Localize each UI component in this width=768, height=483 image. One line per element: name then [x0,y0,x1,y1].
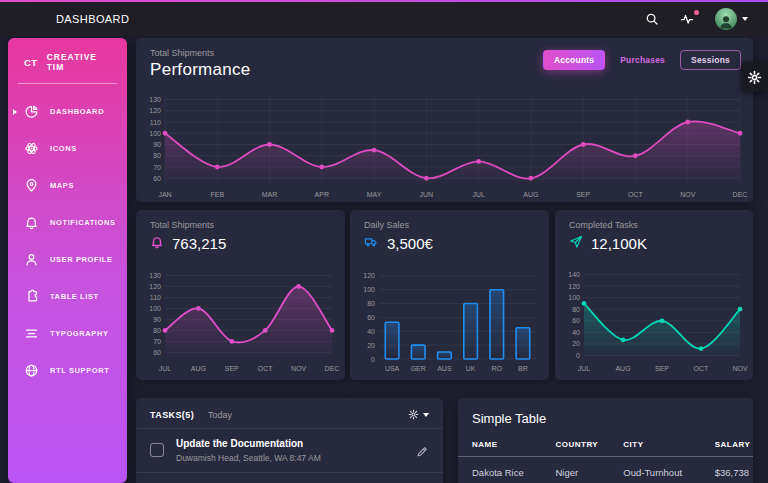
sidebar-item-table-list[interactable]: TABLE LIST [8,278,127,315]
svg-text:SEP: SEP [225,365,239,372]
svg-text:FEB: FEB [210,191,224,198]
task-item-gdpr-compliance: GDPR Compliance The GDPR is a regulation… [136,472,443,483]
completed-tasks-card: Completed Tasks 12,100K 0204060801001201… [555,210,753,380]
svg-text:80: 80 [153,152,161,159]
svg-text:70: 70 [153,164,161,171]
tab-accounts[interactable]: Accounts [543,50,605,70]
sidebar-item-notifications[interactable]: NOTIFICATIONS [8,204,127,241]
svg-text:JUN: JUN [420,191,434,198]
simple-table-card: Simple Table NAME COUNTRY CITY SALARY Da… [458,398,753,483]
svg-text:MAY: MAY [367,191,382,198]
chart-tab-group: Accounts Purchases Sessions [543,50,741,70]
svg-text:60: 60 [153,175,161,182]
svg-text:JUL: JUL [578,365,591,372]
stat-value-row: 3,500€ [364,235,433,252]
sidebar-item-label: TABLE LIST [50,292,99,301]
top-accent-line [0,0,768,2]
svg-text:SEP: SEP [655,365,669,372]
tasks-filter: Today [208,410,232,420]
svg-text:110: 110 [150,294,161,301]
sidebar-item-label: NOTIFICATIONS [50,218,116,227]
map-pin-icon [24,178,39,193]
task-item-update-documentation: Update the Documentation Duwamish Head, … [136,428,443,472]
pencil-icon[interactable] [416,444,429,462]
stat-value-row: 763,215 [150,235,226,252]
svg-text:NOV: NOV [291,365,307,372]
stat-label: Total Shipments [150,220,214,230]
chevron-down-icon [423,413,429,417]
sidebar-item-label: MAPS [50,181,74,190]
notification-badge [694,10,699,15]
tasks-header: TASKS(5) Today [136,398,443,428]
tab-sessions[interactable]: Sessions [680,50,741,70]
bell-icon [150,235,164,252]
atom-icon [24,141,39,156]
delivery-truck-icon [364,235,379,252]
column-city: CITY [617,435,708,457]
sidebar-item-dashboard[interactable]: DASHBOARD [8,93,127,130]
svg-text:AUS: AUS [437,365,452,372]
chart-pie-icon [24,104,39,119]
svg-text:DEC: DEC [325,365,340,372]
sidebar-item-icons[interactable]: ICONS [8,130,127,167]
sidebar-item-typography[interactable]: TYPOGRAPHY [8,315,127,352]
settings-gear-button[interactable] [741,62,768,92]
svg-text:RO: RO [492,365,503,372]
total-shipments-card: Total Shipments 763,215 6070809010011012… [136,210,345,380]
sidebar-item-label: DASHBOARD [50,107,104,116]
user-menu[interactable] [715,8,748,30]
tab-purchases[interactable]: Purchases [609,50,676,70]
task-meta: Duwamish Head, Seattle, WA 8:47 AM [176,453,321,463]
tasks-settings-dropdown[interactable] [408,409,429,420]
search-icon[interactable] [645,12,659,26]
notifications-pulse-icon[interactable] [679,12,695,26]
sidebar-item-user-profile[interactable]: USER PROFILE [8,241,127,278]
performance-subtitle: Total Shipments [150,48,214,58]
svg-text:20: 20 [572,340,580,347]
column-name: NAME [458,435,549,457]
svg-text:100: 100 [568,294,580,301]
svg-text:NOV: NOV [680,191,696,198]
svg-text:MAR: MAR [262,191,278,198]
svg-text:80: 80 [367,300,375,307]
bell-icon [24,215,39,230]
svg-text:130: 130 [149,272,161,279]
navbar-actions [645,8,748,30]
sidebar-item-maps[interactable]: MAPS [8,167,127,204]
send-icon [569,235,583,252]
stat-value: 763,215 [172,235,226,252]
sidebar-divider [18,83,117,84]
chevron-down-icon [742,17,748,21]
svg-text:GER: GER [411,365,426,372]
task-title: Update the Documentation [176,438,321,449]
cell-salary: $36,738 [709,457,753,483]
svg-text:90: 90 [153,141,161,148]
stat-value: 3,500€ [387,235,433,252]
svg-text:140: 140 [568,271,580,278]
table-title: Simple Table [458,398,753,435]
sidebar-brand[interactable]: CT CREATIVE TIM [8,38,127,83]
avatar [715,8,737,30]
svg-text:130: 130 [149,96,161,103]
performance-card: Total Shipments Performance Accounts Pur… [136,38,753,202]
task-checkbox[interactable] [150,443,164,457]
cell-name: Dakota Rice [458,457,549,483]
svg-text:AUG: AUG [523,191,538,198]
svg-text:NOV: NOV [732,365,748,372]
svg-text:90: 90 [153,316,161,323]
svg-text:70: 70 [153,338,161,345]
user-icon [24,252,39,267]
tasks-card: TASKS(5) Today Update the Documentation … [136,398,443,483]
svg-text:120: 120 [363,272,375,279]
svg-text:80: 80 [572,306,580,313]
svg-text:DEC: DEC [733,191,748,198]
performance-chart: 60708090100110120130JANFEBMARAPRMAYJUNJU… [140,88,749,200]
svg-text:AUG: AUG [191,365,206,372]
svg-text:BR: BR [518,365,528,372]
total-shipments-chart: 60708090100110120130JULAUGSEPOCTNOVDEC [140,264,341,374]
brand-logo: CT [24,57,38,68]
svg-text:80: 80 [153,327,161,334]
task-body: Update the Documentation Duwamish Head, … [176,438,321,463]
sidebar-item-rtl-support[interactable]: RTL SUPPORT [8,352,127,389]
stat-label: Daily Sales [364,220,409,230]
